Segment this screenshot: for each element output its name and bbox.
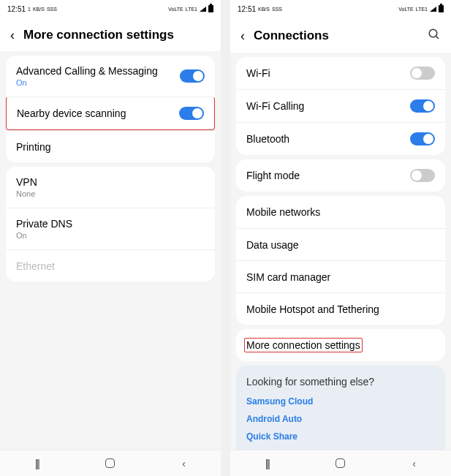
- link-samsung-cloud[interactable]: Samsung Cloud: [246, 396, 435, 407]
- row-label: Flight mode: [246, 170, 300, 181]
- signal-icon: [430, 7, 436, 12]
- row-wifi[interactable]: Wi-Fi: [236, 57, 445, 89]
- nav-back-button[interactable]: ‹: [170, 458, 199, 469]
- phone-right: 12:51 KB/S SSS VoLTE LTE1 ‹ Connections …: [230, 0, 451, 476]
- row-bluetooth[interactable]: Bluetooth: [236, 122, 445, 155]
- status-net: KB/S: [258, 7, 270, 12]
- status-time: 12:51: [7, 5, 26, 13]
- page-title: Connections: [254, 29, 419, 43]
- row-label: VPN: [16, 176, 37, 188]
- content-left[interactable]: Advanced Calling & Messaging On Nearby d…: [0, 51, 221, 450]
- nav-home-button[interactable]: [326, 458, 355, 468]
- row-data-usage[interactable]: Data usage: [236, 228, 445, 260]
- row-label: Private DNS: [16, 218, 72, 230]
- row-label: Mobile networks: [246, 206, 320, 218]
- row-label: Nearby device scanning: [17, 107, 126, 119]
- row-private-dns[interactable]: Private DNS On: [6, 208, 215, 249]
- row-vpn[interactable]: VPN None: [6, 167, 215, 208]
- row-nearby-scanning[interactable]: Nearby device scanning: [6, 97, 215, 130]
- nav-recent-button[interactable]: |||: [22, 458, 51, 469]
- status-volte: VoLTE: [168, 7, 183, 12]
- row-sublabel: On: [16, 231, 72, 240]
- header-left: ‹ More connection settings: [0, 18, 221, 51]
- link-android-auto[interactable]: Android Auto: [246, 414, 435, 424]
- row-label: More connection settings: [246, 339, 360, 351]
- row-wifi-calling[interactable]: Wi-Fi Calling: [236, 89, 445, 122]
- statusbar: 12:51 1 KB/S SSS VoLTE LTE1: [0, 0, 221, 18]
- row-label: Printing: [16, 141, 50, 153]
- search-icon[interactable]: [428, 28, 441, 44]
- statusbar: 12:51 KB/S SSS VoLTE LTE1: [230, 0, 451, 18]
- status-sss: SSS: [272, 7, 282, 12]
- toggle-adv-calling[interactable]: [180, 69, 205, 83]
- footer-title: Looking for something else?: [246, 376, 435, 388]
- phone-left: 12:51 1 KB/S SSS VoLTE LTE1 ‹ More conne…: [0, 0, 221, 476]
- row-label: Mobile Hotspot and Tethering: [246, 303, 379, 315]
- link-quick-share[interactable]: Quick Share: [246, 431, 435, 442]
- card-wifi: Wi-Fi Wi-Fi Calling Bluetooth: [236, 57, 445, 155]
- nav-recent-button[interactable]: |||: [252, 458, 281, 469]
- toggle-nearby-scanning[interactable]: [179, 107, 204, 120]
- card-1: Advanced Calling & Messaging On Nearby d…: [6, 56, 215, 162]
- nav-back-button[interactable]: ‹: [400, 458, 429, 469]
- back-button[interactable]: ‹: [10, 29, 15, 42]
- content-right[interactable]: Wi-Fi Wi-Fi Calling Bluetooth Flight mod…: [230, 53, 451, 450]
- row-mobile-networks[interactable]: Mobile networks: [236, 196, 445, 228]
- status-sss: SSS: [47, 7, 57, 12]
- status-sim: 1: [28, 7, 31, 12]
- status-time: 12:51: [238, 5, 256, 13]
- status-volte: VoLTE: [398, 7, 414, 12]
- row-label: Ethernet: [16, 260, 55, 272]
- row-sublabel: None: [16, 189, 37, 198]
- toggle-bluetooth[interactable]: [410, 132, 435, 146]
- row-hotspot[interactable]: Mobile Hotspot and Tethering: [236, 292, 445, 325]
- card-flight: Flight mode: [236, 159, 445, 192]
- back-button[interactable]: ‹: [240, 29, 245, 42]
- highlighted-label: More connection settings: [244, 338, 363, 352]
- status-net: KB/S: [33, 7, 45, 12]
- svg-line-1: [436, 36, 439, 39]
- toggle-wifi[interactable]: [410, 67, 435, 80]
- looking-for-card: Looking for something else? Samsung Clou…: [236, 366, 445, 450]
- row-label: Wi-Fi Calling: [246, 100, 304, 112]
- row-more-connection-settings[interactable]: More connection settings: [236, 329, 445, 361]
- row-adv-calling[interactable]: Advanced Calling & Messaging On: [6, 56, 215, 97]
- row-label: Advanced Calling & Messaging: [16, 65, 158, 77]
- status-lte: LTE1: [416, 7, 428, 12]
- row-sublabel: On: [16, 78, 158, 87]
- card-2: VPN None Private DNS On Ethernet: [6, 167, 215, 282]
- row-label: Wi-Fi: [246, 67, 270, 79]
- header-right: ‹ Connections: [230, 18, 451, 53]
- row-label: SIM card manager: [246, 271, 330, 283]
- signal-icon: [200, 7, 206, 12]
- row-flight-mode[interactable]: Flight mode: [236, 159, 445, 192]
- battery-icon: [439, 5, 444, 12]
- row-ethernet: Ethernet: [6, 249, 215, 282]
- row-sim-manager[interactable]: SIM card manager: [236, 260, 445, 292]
- status-lte: LTE1: [186, 7, 197, 12]
- toggle-wifi-calling[interactable]: [410, 99, 435, 113]
- toggle-flight[interactable]: [410, 169, 435, 182]
- navbar: ||| ‹: [230, 450, 451, 476]
- row-label: Bluetooth: [246, 133, 289, 145]
- page-title: More connection settings: [23, 28, 211, 42]
- nav-home-button[interactable]: [96, 458, 125, 468]
- svg-point-0: [429, 29, 437, 37]
- card-networks: Mobile networks Data usage SIM card mana…: [236, 196, 445, 325]
- navbar: ||| ‹: [0, 450, 221, 476]
- card-more: More connection settings: [236, 329, 445, 361]
- row-label: Data usage: [246, 239, 299, 251]
- battery-icon: [208, 5, 213, 12]
- row-printing[interactable]: Printing: [6, 130, 215, 162]
